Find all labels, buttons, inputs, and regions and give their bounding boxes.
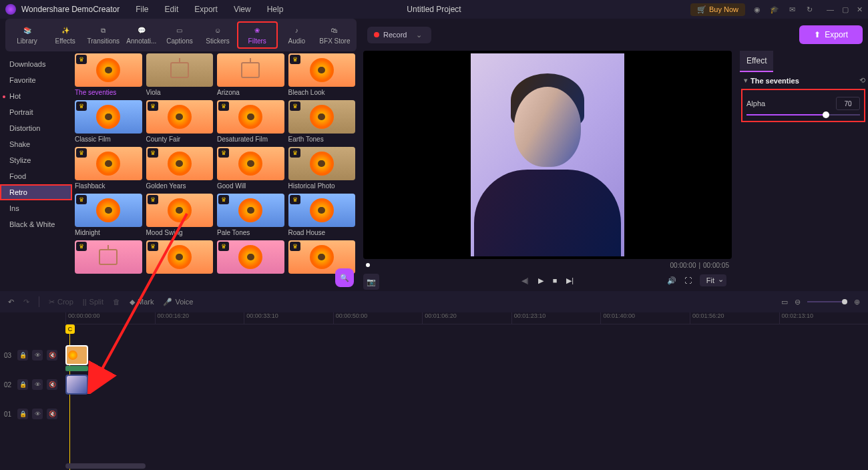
stop-button[interactable]: ■: [553, 276, 558, 284]
maximize-button[interactable]: ▢: [842, 5, 849, 14]
minimize-button[interactable]: —: [827, 5, 834, 14]
record-button[interactable]: Record ⌄: [367, 27, 431, 43]
sidebar-item-downloads[interactable]: Downloads: [0, 56, 72, 72]
filter-clip[interactable]: [65, 345, 88, 365]
mode-tab-audio[interactable]: ♪Audio: [278, 21, 316, 49]
crop-button[interactable]: ✂ Crop: [49, 298, 73, 306]
play-button[interactable]: ▶: [538, 276, 544, 285]
timeline-scrollbar[interactable]: [65, 463, 864, 469]
mute-icon[interactable]: 🔇: [47, 350, 57, 361]
filter-card-mood-swing[interactable]: ♛Mood Swing: [146, 194, 214, 236]
next-frame-button[interactable]: ▶|: [566, 276, 574, 285]
mode-tab-library[interactable]: 📚Library: [8, 21, 46, 49]
filter-card-good-will[interactable]: ♛Good Will: [217, 147, 284, 190]
sidebar-item-ins[interactable]: Ins: [0, 200, 72, 216]
sidebar-item-black-white[interactable]: Black & White: [0, 216, 72, 232]
mode-tab-annotati[interactable]: 💬Annotati...: [122, 21, 160, 49]
mode-tab-transitions[interactable]: ⧉Transitions: [84, 21, 122, 49]
fit-dropdown[interactable]: Fit: [700, 274, 726, 286]
video-preview[interactable]: [363, 51, 732, 259]
eye-icon[interactable]: 👁: [32, 350, 43, 361]
sidebar-item-favorite[interactable]: Favorite: [0, 72, 72, 88]
split-button[interactable]: || Split: [83, 298, 103, 306]
filter-card-historical-photo[interactable]: ♛Historical Photo: [288, 147, 356, 190]
zoom-out-icon[interactable]: ⊖: [795, 298, 801, 306]
titlebar: Wondershare DemoCreator File Edit Export…: [0, 0, 868, 19]
message-icon[interactable]: ✉: [787, 4, 797, 15]
refresh-icon[interactable]: ↻: [804, 4, 815, 15]
lock-icon[interactable]: 🔒: [17, 409, 28, 419]
timeline-body[interactable]: 00:00:00:0000:00:16:2000:00:33:1000:00:5…: [65, 312, 868, 470]
timeline-ruler[interactable]: 00:00:00:0000:00:16:2000:00:33:1000:00:5…: [65, 312, 868, 324]
buy-now-button[interactable]: 🛒 Buy Now: [690, 3, 745, 16]
filter-card-bleach-look[interactable]: ♛Bleach Look: [288, 53, 356, 96]
mode-tab-stickers[interactable]: ☺Stickers: [199, 21, 237, 49]
sidebar-item-retro[interactable]: Retro: [0, 184, 72, 200]
redo-button[interactable]: ↷: [23, 298, 29, 306]
mode-tab-bfxstore[interactable]: 🛍BFX Store: [316, 21, 354, 49]
filter-card-viola[interactable]: Viola: [146, 53, 214, 96]
sidebar-item-distortion[interactable]: Distortion: [0, 120, 72, 136]
fullscreen-icon[interactable]: ⛶: [684, 276, 692, 284]
mode-tab-filters[interactable]: ❀Filters: [237, 21, 278, 49]
search-button[interactable]: 🔍: [335, 268, 354, 287]
filter-card-arizona[interactable]: Arizona: [217, 53, 284, 96]
lock-icon[interactable]: 🔒: [17, 350, 28, 361]
menu-edit[interactable]: Edit: [165, 5, 179, 14]
alpha-slider[interactable]: [746, 114, 860, 115]
zoom-slider[interactable]: [807, 301, 847, 302]
filter-card-more[interactable]: ♛: [146, 240, 214, 276]
eye-icon[interactable]: 👁: [32, 379, 43, 390]
academy-icon[interactable]: 🎓: [769, 4, 780, 15]
alpha-value-input[interactable]: 70: [836, 97, 860, 110]
filter-card-midnight[interactable]: ♛Midnight: [75, 194, 142, 236]
prev-frame-button[interactable]: ◀|: [521, 276, 529, 285]
zoom-in-icon[interactable]: ⊕: [854, 298, 860, 306]
sidebar-item-stylize[interactable]: Stylize: [0, 152, 72, 168]
menu-view[interactable]: View: [234, 5, 251, 14]
filter-card-classic-film[interactable]: ♛Classic Film: [75, 100, 142, 143]
export-button[interactable]: ⬆ Export: [799, 25, 863, 44]
mark-button[interactable]: ◆ Mark: [130, 298, 154, 306]
mute-icon[interactable]: 🔇: [47, 379, 57, 390]
fit-timeline-icon[interactable]: ▭: [781, 298, 788, 306]
filter-card-road-house[interactable]: ♛Road House: [288, 194, 356, 236]
filter-card-more[interactable]: ♛: [217, 240, 284, 276]
mode-tab-captions[interactable]: ▭Captions: [160, 21, 198, 49]
playhead[interactable]: C: [65, 324, 75, 334]
sidebar-item-hot[interactable]: Hot: [0, 88, 72, 104]
undo-button[interactable]: ↶: [8, 298, 14, 306]
lock-icon[interactable]: 🔒: [17, 379, 28, 390]
menu-file[interactable]: File: [136, 5, 148, 14]
filter-card-more[interactable]: ♛: [75, 240, 142, 276]
slider-thumb[interactable]: [823, 111, 829, 118]
track-03[interactable]: [65, 340, 868, 370]
track-01[interactable]: [65, 399, 868, 429]
filter-card-county-fair[interactable]: ♛County Fair: [146, 100, 214, 143]
voice-button[interactable]: 🎤 Voice: [163, 298, 193, 306]
library-icon: 📚: [22, 25, 33, 36]
mode-tab-effects[interactable]: ✨Effects: [46, 21, 84, 49]
delete-button[interactable]: 🗑: [113, 298, 120, 306]
close-button[interactable]: ✕: [857, 5, 863, 14]
video-clip[interactable]: [65, 375, 88, 395]
track-02[interactable]: [65, 370, 868, 399]
filter-card-golden-years[interactable]: ♛Golden Years: [146, 147, 214, 190]
volume-icon[interactable]: 🔊: [667, 276, 676, 285]
sidebar-item-shake[interactable]: Shake: [0, 136, 72, 152]
reset-icon[interactable]: ⟲: [859, 76, 865, 85]
account-icon[interactable]: ◉: [752, 4, 763, 15]
eye-icon[interactable]: 👁: [32, 409, 43, 419]
filter-card-desaturated-film[interactable]: ♛Desaturated Film: [217, 100, 284, 143]
filter-card-the-seventies[interactable]: ♛The seventies: [75, 53, 142, 96]
snapshot-button[interactable]: 📷: [363, 274, 379, 290]
mute-icon[interactable]: 🔇: [47, 409, 57, 419]
filter-card-earth-tones[interactable]: ♛Earth Tones: [288, 100, 356, 143]
menu-export[interactable]: Export: [194, 5, 218, 14]
filter-card-pale-tones[interactable]: ♛Pale Tones: [217, 194, 284, 236]
sidebar-item-portrait[interactable]: Portrait: [0, 104, 72, 120]
sidebar-item-food[interactable]: Food: [0, 168, 72, 184]
menu-help[interactable]: Help: [267, 5, 284, 14]
transitions-icon: ⧉: [98, 25, 109, 36]
filter-card-flashback[interactable]: ♛Flashback: [75, 147, 142, 190]
